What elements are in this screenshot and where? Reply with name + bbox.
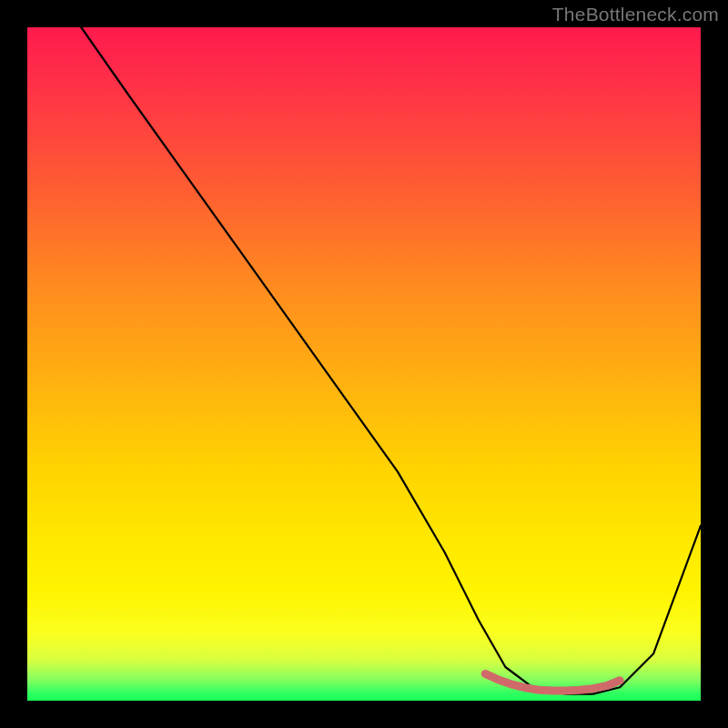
watermark-text: TheBottleneck.com xyxy=(552,4,719,25)
curves-layer xyxy=(27,27,701,701)
chart-frame: TheBottleneck.com xyxy=(0,0,728,728)
bottleneck-curve xyxy=(27,0,701,694)
plot-area xyxy=(27,27,701,701)
optimal-range-marker xyxy=(485,673,620,691)
